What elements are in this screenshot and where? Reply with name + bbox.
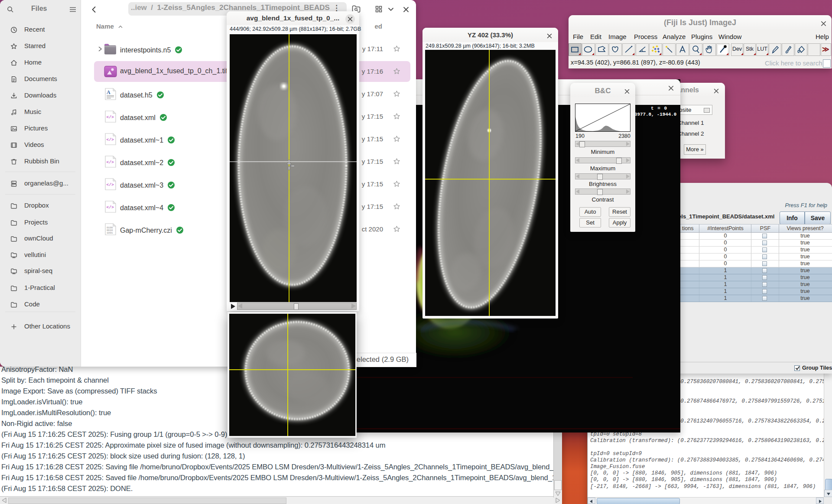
svg-text:</>: </>	[107, 137, 114, 142]
svg-text:</>: </>	[107, 160, 114, 165]
svg-text:1001: 1001	[107, 231, 113, 234]
svg-text:A: A	[107, 89, 110, 95]
svg-text:</>: </>	[107, 182, 114, 187]
svg-text:</>: </>	[107, 205, 114, 210]
svg-text:</>: </>	[107, 115, 114, 120]
